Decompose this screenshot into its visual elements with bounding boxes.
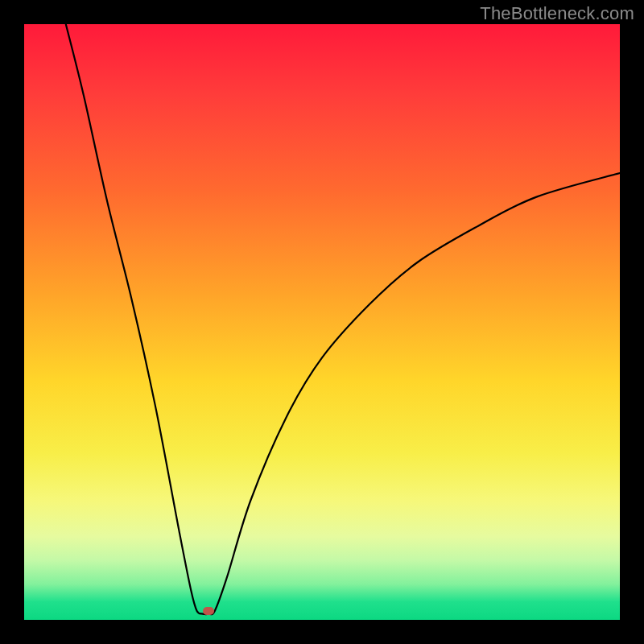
bottleneck-curve (24, 24, 620, 620)
optimal-marker (203, 607, 214, 615)
chart-frame: TheBottleneck.com (0, 0, 644, 644)
plot-area (24, 24, 620, 620)
curve-path (66, 24, 620, 614)
attribution-text: TheBottleneck.com (480, 3, 634, 24)
